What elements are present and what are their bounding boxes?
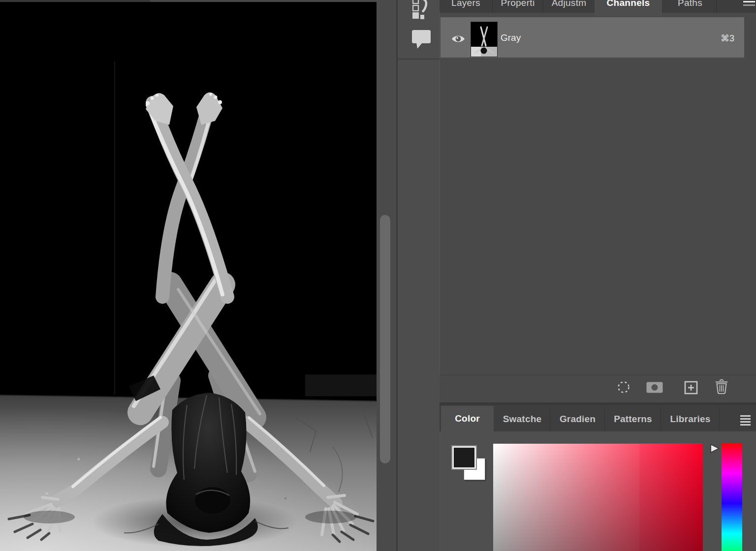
- tab-adjustments[interactable]: Adjustm: [543, 0, 595, 13]
- dock-group-divider: [398, 59, 440, 60]
- history-panel-icon[interactable]: [412, 0, 430, 22]
- channel-shortcut: ⌘3: [705, 33, 734, 44]
- tab-color-label: Color: [441, 406, 494, 430]
- bw-photo-figure: [0, 2, 377, 551]
- color-saturation-field[interactable]: [493, 443, 703, 551]
- tab-gradients-label: Gradien: [551, 406, 604, 430]
- tab-patterns[interactable]: Patterns: [605, 406, 661, 430]
- channels-panel-body: [440, 13, 756, 375]
- tab-libraries[interactable]: Libraries: [662, 406, 720, 430]
- panel-icon-dock: [398, 0, 440, 551]
- tab-paths-label: Paths: [664, 0, 716, 9]
- hue-strip[interactable]: [722, 443, 742, 551]
- load-selection-icon[interactable]: [617, 380, 630, 394]
- tab-channels-label: Channels: [595, 0, 662, 9]
- tab-libraries-label: Libraries: [662, 406, 719, 430]
- hue-slider-arrow[interactable]: [709, 443, 721, 455]
- save-selection-as-channel-icon[interactable]: [646, 381, 663, 394]
- tab-properties[interactable]: Properti: [493, 0, 543, 13]
- new-channel-icon[interactable]: [684, 381, 698, 395]
- channel-visibility-eye-icon[interactable]: [451, 33, 466, 44]
- tab-layers-label: Layers: [440, 0, 492, 9]
- tab-color[interactable]: Color: [441, 406, 494, 435]
- tab-swatches[interactable]: Swatche: [495, 406, 550, 430]
- color-panel-menu-icon[interactable]: [740, 415, 751, 426]
- tab-adjustments-label: Adjustm: [543, 0, 595, 9]
- channel-thumbnail[interactable]: [471, 22, 498, 57]
- tab-paths[interactable]: Paths: [664, 0, 717, 13]
- canvas-scrollbar-thumb[interactable]: [380, 215, 390, 463]
- tab-channels[interactable]: Channels: [595, 0, 662, 16]
- photoshop-window: Layers Properti Adjustm Channels Paths: [0, 0, 756, 551]
- delete-channel-trash-icon[interactable]: [714, 379, 729, 395]
- channels-panel-menu-icon[interactable]: [743, 1, 755, 6]
- tab-swatches-label: Swatche: [495, 406, 550, 430]
- comments-panel-icon[interactable]: [412, 30, 432, 50]
- channels-footer: [440, 375, 756, 402]
- tab-patterns-label: Patterns: [605, 406, 661, 430]
- foreground-color-swatch[interactable]: [452, 446, 476, 469]
- tab-gradients[interactable]: Gradien: [551, 406, 605, 430]
- tab-properties-label: Properti: [493, 0, 543, 9]
- document-canvas-photo[interactable]: [0, 2, 377, 551]
- channel-name: Gray: [501, 32, 521, 43]
- tab-layers[interactable]: Layers: [440, 0, 493, 13]
